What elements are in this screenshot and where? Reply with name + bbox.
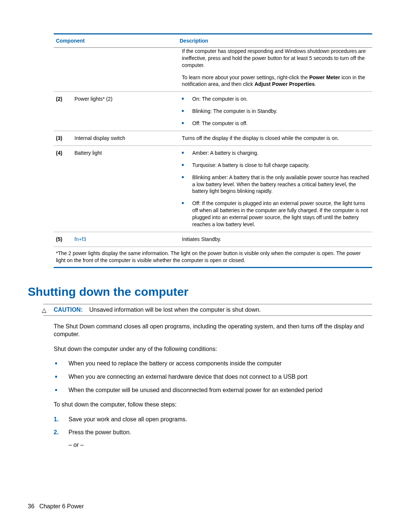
desc-text: Initiates Standby. bbox=[180, 232, 372, 247]
desc-list: On: The computer is on. Blinking: The co… bbox=[182, 96, 370, 127]
list-item: 2. Press the power button. bbox=[54, 428, 372, 436]
desc-paragraph: To learn more about your power settings,… bbox=[182, 74, 370, 88]
step-number: 2. bbox=[54, 428, 59, 436]
text: To learn more about your power settings,… bbox=[182, 74, 309, 80]
step-number: 1. bbox=[54, 415, 59, 424]
body-paragraph: Shut down the computer under any of the … bbox=[54, 345, 372, 353]
table-row: (2) Power lights* (2) On: The computer i… bbox=[54, 92, 372, 131]
table-row: (3) Internal display switch Turns off th… bbox=[54, 131, 372, 146]
list-item: Blinking: The computer is in Standby. bbox=[182, 108, 370, 115]
step-text: Save your work and close all open progra… bbox=[69, 416, 187, 422]
table-row: (5) fn+f3 Initiates Standby. bbox=[54, 232, 372, 247]
page-footer: 36 Chapter 6 Power bbox=[28, 503, 84, 510]
row-index: (2) bbox=[54, 92, 72, 131]
table-header-row: Component Description bbox=[54, 34, 372, 48]
list-item: Turquoise: A battery is close to full ch… bbox=[182, 162, 370, 169]
or-text: – or – bbox=[69, 442, 372, 448]
page-content: Component Description If the computer ha… bbox=[54, 33, 372, 448]
body-steps-list: 1. Save your work and close all open pro… bbox=[54, 415, 372, 436]
row-component: Battery light bbox=[72, 145, 180, 232]
section-heading: Shutting down the computer bbox=[28, 285, 372, 299]
list-item: When the computer will be unused and dis… bbox=[54, 386, 372, 394]
chapter-label: Chapter 6 Power bbox=[39, 503, 84, 509]
list-item: Off: If the computer is plugged into an … bbox=[182, 200, 370, 228]
desc-paragraph: If the computer has stopped responding a… bbox=[182, 48, 370, 69]
desc-text: Turns off the display if the display is … bbox=[180, 131, 372, 146]
list-item: When you are connecting an external hard… bbox=[54, 373, 372, 381]
list-item: Blinking amber: A battery that is the on… bbox=[182, 174, 370, 195]
body-bullet-list: When you need to replace the battery or … bbox=[54, 359, 372, 394]
list-item: On: The computer is on. bbox=[182, 96, 370, 103]
page-number: 36 bbox=[28, 503, 34, 509]
row-component-link[interactable]: fn+f3 bbox=[72, 232, 180, 247]
text: . bbox=[315, 81, 316, 87]
row-index: (3) bbox=[54, 131, 72, 146]
body-paragraph: To shut down the computer, follow these … bbox=[54, 401, 372, 409]
list-item: Off: The computer is off. bbox=[182, 120, 370, 127]
list-item: When you need to replace the battery or … bbox=[54, 359, 372, 368]
caution-icon: △ bbox=[42, 307, 46, 314]
bold-text: Power Meter bbox=[309, 74, 340, 80]
row-component: Internal display switch bbox=[72, 131, 180, 146]
list-item: 1. Save your work and close all open pro… bbox=[54, 415, 372, 424]
caution-label: CAUTION: bbox=[54, 307, 83, 313]
component-table: Component Description If the computer ha… bbox=[54, 33, 372, 268]
row-index: (5) bbox=[54, 232, 72, 247]
footnote-text: *The 2 power lights display the same inf… bbox=[54, 247, 372, 267]
header-description: Description bbox=[180, 34, 372, 48]
header-component: Component bbox=[54, 34, 180, 48]
list-item: Amber: A battery is charging. bbox=[182, 150, 370, 157]
step-text: Press the power button. bbox=[69, 429, 131, 435]
caution-text: Unsaved information will be lost when th… bbox=[89, 307, 261, 313]
row-component: Power lights* (2) bbox=[72, 92, 180, 131]
bold-text: Adjust Power Properties bbox=[254, 81, 315, 87]
table-row: If the computer has stopped responding a… bbox=[54, 47, 372, 91]
body-paragraph: The Shut Down command closes all open pr… bbox=[54, 322, 372, 338]
caution-block: △ CAUTION: Unsaved information will be l… bbox=[43, 304, 372, 316]
row-index: (4) bbox=[54, 145, 72, 232]
desc-list: Amber: A battery is charging. Turquoise:… bbox=[182, 150, 370, 228]
table-row: (4) Battery light Amber: A battery is ch… bbox=[54, 145, 372, 232]
table-footnote: *The 2 power lights display the same inf… bbox=[54, 247, 372, 267]
